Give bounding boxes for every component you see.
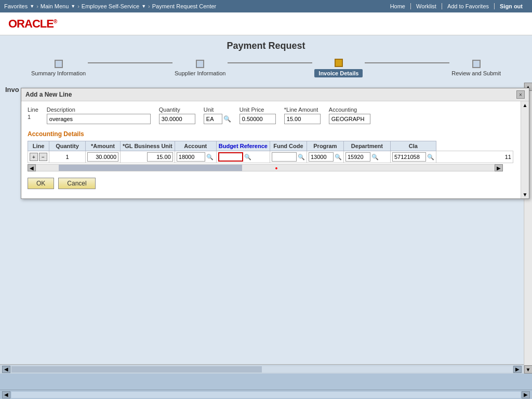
row-amount-input[interactable]	[147, 152, 173, 162]
quantity-input[interactable]	[159, 114, 195, 124]
unit-price-field[interactable]: Unit Price	[240, 107, 276, 124]
modal-close-button[interactable]: ×	[516, 90, 525, 99]
favorites-menu[interactable]: Favorites	[4, 3, 28, 9]
col-header-amount: *Amount	[86, 141, 121, 151]
accounting-table: Line Quantity *Amount *GL Business Unit …	[28, 141, 513, 163]
accounting-field: Accounting	[329, 107, 370, 124]
budget-input[interactable]	[272, 152, 297, 162]
modal-vscroll-down[interactable]: ▼	[523, 192, 528, 197]
gl-lookup-button[interactable]: 🔍	[206, 154, 214, 161]
home-link[interactable]: Home	[385, 3, 411, 9]
add-row-button[interactable]: +	[30, 153, 38, 161]
vscroll-down-btn[interactable]: ▼	[524, 365, 533, 374]
step-summary[interactable]: Summary Information	[31, 60, 86, 76]
description-input[interactable]	[47, 114, 151, 124]
page-bottom-track[interactable]	[11, 392, 521, 398]
cell-budget[interactable]: 🔍	[270, 151, 307, 163]
cell-quantity[interactable]	[86, 151, 121, 163]
main-menu[interactable]: Main Menu	[41, 3, 69, 9]
unit-input[interactable]	[204, 114, 222, 124]
step-dot-summary	[55, 60, 63, 68]
unit-label: Unit	[204, 107, 231, 113]
step-dot-review	[472, 60, 481, 68]
step-supplier[interactable]: Supplier Information	[175, 60, 225, 76]
description-field[interactable]: Description	[47, 107, 151, 124]
table-hscroll[interactable]: ◀ ▶	[28, 164, 513, 171]
add-new-line-modal: Add a New Line × ▲ ▼ Line 1 Description	[21, 88, 529, 199]
ess-arrow: ▼	[141, 4, 146, 9]
row-quantity-input[interactable]	[87, 152, 118, 162]
main-content: Invo ▲ ▼ Add a New Line × ▲ ▼ Line 1	[0, 83, 532, 374]
step-dot-supplier	[196, 60, 204, 68]
signout-link[interactable]: Sign out	[495, 3, 528, 9]
step-review[interactable]: Review and Submit	[451, 60, 501, 76]
line-fields-row: Line 1 Description Quantity Unit 🔍	[28, 107, 523, 124]
col-header-account: Account	[175, 141, 216, 151]
program-input[interactable]	[345, 152, 370, 162]
page-hscroll-left[interactable]: ◀	[2, 366, 10, 373]
cell-program[interactable]: 🔍	[343, 151, 390, 163]
accounting-label: Accounting	[329, 107, 370, 113]
modal-title-bar: Add a New Line ×	[21, 88, 529, 101]
dept-lookup-button[interactable]: 🔍	[427, 154, 434, 161]
cell-gl[interactable]: 🔍	[175, 151, 216, 163]
worklist-link[interactable]: Worklist	[411, 3, 442, 9]
step-connector-1	[88, 62, 172, 63]
cancel-button[interactable]: Cancel	[58, 178, 95, 189]
unit-lookup-button[interactable]: 🔍	[223, 115, 231, 123]
page-bottom-hscroll[interactable]: ◀ ▶	[0, 390, 532, 399]
table-hscroll-left[interactable]: ◀	[28, 164, 36, 171]
ok-button[interactable]: OK	[28, 178, 54, 189]
remove-row-button[interactable]: −	[39, 153, 47, 161]
table-row: + − 1	[28, 151, 513, 163]
page-bottom-right[interactable]: ▶	[522, 391, 530, 398]
cell-dept[interactable]: 🔍	[390, 151, 436, 163]
step-invoice[interactable]: Invoice Details	[314, 59, 363, 77]
modal-vscroll-up[interactable]: ▲	[523, 102, 528, 108]
add-to-favorites-link[interactable]: Add to Favorites	[442, 3, 495, 9]
account-input[interactable]	[218, 152, 243, 162]
account-lookup-button[interactable]: 🔍	[244, 154, 251, 161]
top-navigation: Favorites ▼ › Main Menu ▼ › Employee Sel…	[0, 0, 532, 12]
cell-class: 11	[436, 151, 513, 163]
table-hscroll-right[interactable]: ▶	[495, 164, 503, 171]
modal-title: Add a New Line	[25, 91, 72, 98]
step-label-review: Review and Submit	[451, 70, 501, 76]
line-amount-field[interactable]: *Line Amount	[284, 107, 321, 124]
cell-account[interactable]: 🔍	[216, 151, 270, 163]
cell-line-num: 1	[49, 151, 86, 163]
step-connector-2	[228, 62, 312, 63]
modal-vscroll[interactable]: ▲ ▼	[521, 101, 529, 198]
col-header-class: Cla	[390, 141, 436, 151]
unit-price-label: Unit Price	[240, 107, 276, 113]
line-number-field: Line 1	[28, 107, 38, 120]
unit-price-input[interactable]	[240, 114, 276, 124]
oracle-logo: ORACLE®	[8, 17, 57, 31]
line-amount-input[interactable]	[284, 114, 321, 124]
col-header-program: Program	[307, 141, 343, 151]
page-hscroll-track[interactable]	[11, 366, 512, 373]
cell-fund[interactable]: 🔍	[307, 151, 343, 163]
page-hscroll-right[interactable]: ▶	[513, 366, 522, 373]
cell-amount[interactable]	[121, 151, 175, 163]
accounting-input[interactable]	[329, 114, 370, 124]
step-connector-3	[365, 62, 449, 63]
page-hscroll[interactable]: ◀ ▶	[0, 364, 524, 374]
employee-self-service[interactable]: Employee Self-Service	[82, 3, 139, 9]
dept-input[interactable]	[392, 152, 426, 162]
step-label-supplier: Supplier Information	[175, 70, 225, 76]
table-hscroll-track[interactable]	[36, 164, 495, 171]
fund-lookup-button[interactable]: 🔍	[335, 154, 342, 161]
budget-lookup-button[interactable]: 🔍	[298, 154, 305, 161]
fund-input[interactable]	[309, 152, 334, 162]
quantity-field[interactable]: Quantity	[159, 107, 195, 124]
add-remove-buttons: + −	[30, 153, 47, 161]
page-bottom-left[interactable]: ◀	[2, 391, 10, 398]
col-header-quantity: Quantity	[49, 141, 86, 151]
stepper: Summary Information Supplier Information…	[0, 55, 532, 83]
breadcrumb-sep3: ›	[148, 3, 150, 9]
description-label: Description	[47, 107, 151, 113]
main-menu-arrow: ▼	[71, 4, 75, 9]
gl-unit-input[interactable]	[177, 152, 205, 162]
program-lookup-button[interactable]: 🔍	[371, 154, 379, 161]
